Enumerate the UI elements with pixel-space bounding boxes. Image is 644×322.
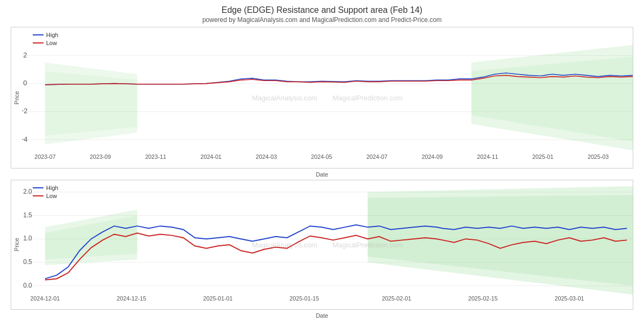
svg-text:2024-11: 2024-11 bbox=[477, 153, 498, 160]
chart2-inner: High Low MagicalAnalysis.com MagicalPred… bbox=[22, 180, 633, 309]
chart2-legend-high: High bbox=[33, 185, 58, 191]
svg-text:0.5: 0.5 bbox=[23, 258, 32, 266]
svg-text:2025-01-15: 2025-01-15 bbox=[290, 295, 319, 301]
chart2-x-axis-label: Date bbox=[11, 312, 633, 319]
chart2-high-label: High bbox=[46, 185, 58, 191]
chart1-legend: High Low bbox=[33, 32, 58, 46]
svg-text:2024-07: 2024-07 bbox=[367, 153, 387, 160]
chart1-container: Price High Low MagicalAnalysis.com Magic… bbox=[11, 27, 633, 169]
chart1-legend-low: Low bbox=[33, 40, 58, 46]
svg-text:2.0: 2.0 bbox=[23, 188, 32, 195]
chart1-legend-high: High bbox=[33, 32, 58, 38]
chart1-high-line-icon bbox=[33, 34, 43, 35]
svg-text:2023-11: 2023-11 bbox=[145, 153, 166, 160]
svg-text:−2: −2 bbox=[22, 107, 27, 115]
chart2-container: Price High Low MagicalAnalysis.com Magic… bbox=[11, 180, 633, 310]
svg-text:0: 0 bbox=[23, 79, 27, 87]
chart2-legend: High Low bbox=[33, 185, 58, 199]
svg-text:2024-12-01: 2024-12-01 bbox=[31, 295, 60, 301]
svg-text:2023-07: 2023-07 bbox=[34, 153, 55, 160]
svg-text:2024-01: 2024-01 bbox=[200, 153, 221, 160]
chart-title: Edge (EDGE) Resistance and Support area … bbox=[11, 5, 633, 15]
svg-text:2025-03-01: 2025-03-01 bbox=[554, 295, 584, 301]
svg-text:2025-01-01: 2025-01-01 bbox=[203, 295, 233, 301]
chart1-y-axis-label: Price bbox=[11, 27, 22, 168]
svg-text:2: 2 bbox=[23, 51, 27, 59]
chart2-legend-low: Low bbox=[33, 193, 58, 199]
svg-text:2025-03: 2025-03 bbox=[588, 153, 609, 160]
svg-text:2025-02-01: 2025-02-01 bbox=[382, 295, 411, 301]
svg-text:2025-01: 2025-01 bbox=[532, 153, 553, 160]
chart2-high-line-icon bbox=[33, 187, 43, 188]
chart-header: Edge (EDGE) Resistance and Support area … bbox=[11, 5, 633, 24]
chart1-low-label: Low bbox=[46, 40, 57, 46]
svg-text:−4: −4 bbox=[22, 135, 27, 143]
main-container: Edge (EDGE) Resistance and Support area … bbox=[0, 0, 644, 322]
svg-marker-11 bbox=[45, 71, 137, 136]
svg-text:2024-09: 2024-09 bbox=[422, 153, 443, 160]
svg-text:2024-05: 2024-05 bbox=[311, 153, 332, 160]
chart1-inner: High Low MagicalAnalysis.com MagicalPred… bbox=[22, 27, 633, 168]
svg-text:2024-03: 2024-03 bbox=[256, 153, 277, 160]
chart2-low-line-icon bbox=[33, 195, 43, 196]
svg-text:1.0: 1.0 bbox=[23, 235, 32, 242]
chart1-x-axis-label: Date bbox=[11, 171, 633, 178]
charts-wrapper: Price High Low MagicalAnalysis.com Magic… bbox=[11, 25, 633, 319]
svg-text:2024-12-15: 2024-12-15 bbox=[117, 295, 147, 301]
svg-text:1.5: 1.5 bbox=[23, 211, 32, 218]
svg-text:0.0: 0.0 bbox=[23, 281, 32, 289]
chart1-svg: 2 0 −2 −4 2023-07 2023-09 2023-11 2024-0 bbox=[22, 27, 633, 168]
chart2-y-axis-label: Price bbox=[11, 180, 22, 309]
chart1-low-line-icon bbox=[33, 42, 43, 43]
chart-subtitle: powered by MagicalAnalysis.com and Magic… bbox=[11, 16, 633, 24]
chart2-low-label: Low bbox=[46, 193, 57, 199]
svg-text:2025-02-15: 2025-02-15 bbox=[468, 295, 497, 301]
svg-text:2023-09: 2023-09 bbox=[90, 153, 111, 160]
chart1-high-label: High bbox=[46, 32, 58, 38]
chart2-svg: 2.0 1.5 1.0 0.5 0.0 2024-12-01 2024-12-1… bbox=[22, 180, 633, 309]
